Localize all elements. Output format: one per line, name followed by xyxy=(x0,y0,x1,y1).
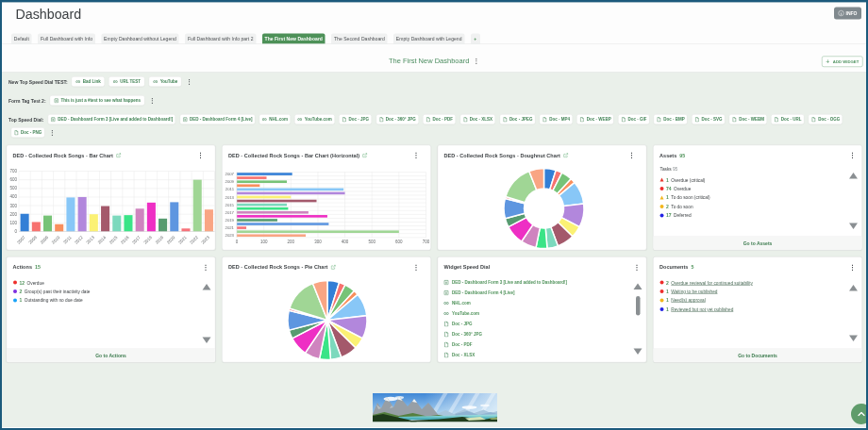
svg-text:400: 400 xyxy=(342,240,349,244)
svg-text:2019: 2019 xyxy=(225,218,235,223)
svg-text:2011: 2011 xyxy=(62,235,73,245)
svg-text:200: 200 xyxy=(9,212,17,217)
svg-text:2021: 2021 xyxy=(225,225,235,230)
svg-text:700: 700 xyxy=(423,240,430,244)
svg-text:2019: 2019 xyxy=(155,235,165,245)
svg-text:600: 600 xyxy=(9,177,17,182)
svg-text:2014: 2014 xyxy=(97,235,108,245)
svg-text:2016: 2016 xyxy=(120,235,130,245)
svg-text:2009: 2009 xyxy=(40,235,50,245)
svg-text:2010: 2010 xyxy=(51,235,61,245)
svg-text:2017: 2017 xyxy=(225,210,235,215)
svg-text:0: 0 xyxy=(14,229,17,234)
svg-text:2008: 2008 xyxy=(27,235,38,245)
svg-text:0: 0 xyxy=(236,240,239,244)
svg-text:400: 400 xyxy=(9,194,17,199)
svg-text:500: 500 xyxy=(368,240,376,244)
svg-text:2017: 2017 xyxy=(131,235,142,245)
svg-text:2015: 2015 xyxy=(225,203,235,207)
svg-text:2022: 2022 xyxy=(189,235,199,245)
svg-text:2018: 2018 xyxy=(142,235,153,245)
svg-text:500: 500 xyxy=(9,186,17,190)
svg-text:2013: 2013 xyxy=(85,235,95,245)
svg-text:200: 200 xyxy=(288,240,295,244)
svg-text:2007: 2007 xyxy=(16,235,26,245)
svg-text:600: 600 xyxy=(395,240,403,244)
svg-text:2021: 2021 xyxy=(177,235,188,245)
svg-text:2013: 2013 xyxy=(225,195,235,200)
svg-text:700: 700 xyxy=(9,169,17,174)
svg-text:300: 300 xyxy=(314,240,322,244)
svg-text:2023: 2023 xyxy=(225,233,235,238)
svg-text:100: 100 xyxy=(260,240,268,244)
svg-text:2020: 2020 xyxy=(166,235,176,245)
svg-text:2015: 2015 xyxy=(108,235,119,245)
svg-text:2009: 2009 xyxy=(225,179,235,184)
svg-text:2012: 2012 xyxy=(74,235,84,245)
svg-text:2011: 2011 xyxy=(225,187,235,191)
svg-text:2023: 2023 xyxy=(200,235,210,245)
svg-text:2007: 2007 xyxy=(225,172,235,176)
svg-text:300: 300 xyxy=(9,204,17,208)
svg-text:100: 100 xyxy=(9,221,17,225)
